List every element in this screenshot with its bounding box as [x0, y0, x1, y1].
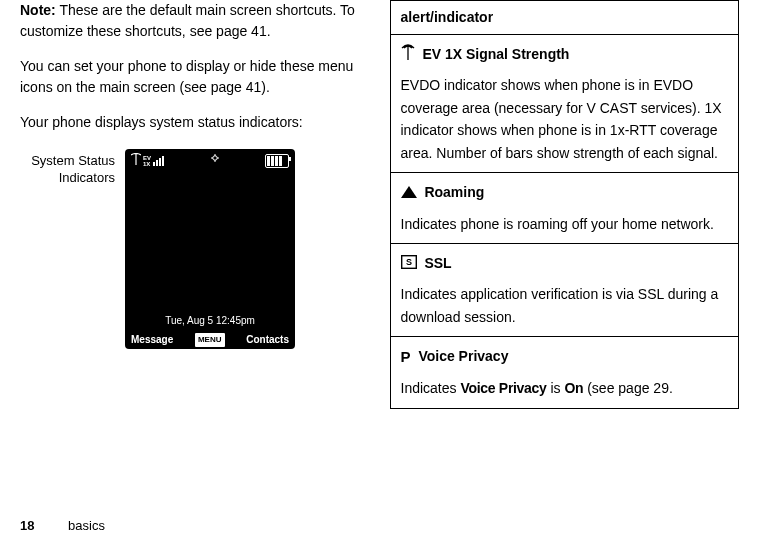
voice-privacy-desc: Indicates Voice Privacy is On (see page … [401, 377, 729, 399]
paragraph-status-intro: Your phone displays system status indica… [20, 112, 370, 133]
signal-strength-desc: EVDO indicator shows when phone is in EV… [401, 74, 729, 164]
antenna-icon [131, 153, 141, 170]
table-header: alert/indicator [390, 1, 739, 35]
svg-text:S: S [405, 257, 411, 267]
right-softkey: Contacts [246, 332, 289, 347]
svg-point-0 [212, 156, 216, 160]
paragraph-menu-icons: You can set your phone to display or hid… [20, 56, 370, 98]
phone-diagram: System Status Indicators EV1X [20, 149, 370, 349]
diagram-label: System Status Indicators [20, 149, 125, 349]
phone-softkeys: Message MENU Contacts [125, 332, 295, 353]
right-column: alert/indicator EV 1X Signal Strength EV… [390, 0, 740, 409]
note-paragraph: Note: These are the default main screen … [20, 0, 370, 42]
section-name: basics [68, 518, 105, 533]
diagram-label-line2: Indicators [59, 170, 115, 185]
vp-term: Voice Privacy [460, 380, 546, 396]
status-left: EV1X [131, 153, 164, 170]
phone-screen: EV1X Tue, Aug 5 12:45pm [125, 149, 295, 349]
ev1x-label: EV1X [143, 155, 151, 167]
vp-prefix: Indicates [401, 380, 461, 396]
antenna-icon [401, 44, 415, 66]
roaming-title: Roaming [424, 184, 484, 200]
note-text: These are the default main screen shortc… [20, 2, 355, 39]
roaming-cell: Roaming Indicates phone is roaming off y… [390, 173, 739, 244]
svg-marker-5 [401, 186, 417, 198]
phone-status-bar: EV1X [125, 149, 295, 173]
triangle-icon [401, 182, 417, 204]
phone-date: Tue, Aug 5 12:45pm [125, 313, 295, 328]
left-softkey: Message [131, 332, 173, 347]
ssl-title: SSL [424, 255, 451, 271]
onex-text: 1X [143, 161, 150, 167]
roaming-desc: Indicates phone is roaming off your home… [401, 213, 729, 235]
signal-strength-title: EV 1X Signal Strength [422, 46, 569, 62]
note-label: Note: [20, 2, 56, 18]
voice-privacy-title: Voice Privacy [418, 348, 508, 364]
p-icon: P [401, 345, 411, 369]
battery-icon [265, 154, 289, 168]
table-row: EV 1X Signal Strength EVDO indicator sho… [390, 35, 739, 173]
phone-body [125, 173, 295, 313]
diagram-label-line1: System Status [31, 153, 115, 168]
menu-softkey: MENU [195, 333, 225, 347]
location-icon [211, 154, 219, 169]
voice-privacy-cell: P Voice Privacy Indicates Voice Privacy … [390, 337, 739, 409]
ssl-box-icon: S [401, 253, 417, 275]
vp-suffix: (see page 29. [583, 380, 673, 396]
page-number: 18 [20, 518, 34, 533]
table-row: S SSL Indicates application verification… [390, 243, 739, 336]
page-footer: 18 basics [20, 516, 105, 536]
signal-strength-cell: EV 1X Signal Strength EVDO indicator sho… [390, 35, 739, 173]
table-row: Roaming Indicates phone is roaming off y… [390, 173, 739, 244]
vp-is: is [547, 380, 565, 396]
signal-bars-icon [153, 156, 164, 166]
table-header-row: alert/indicator [390, 1, 739, 35]
ssl-desc: Indicates application verification is vi… [401, 283, 729, 328]
left-column: Note: These are the default main screen … [20, 0, 390, 409]
ssl-cell: S SSL Indicates application verification… [390, 243, 739, 336]
indicators-table: alert/indicator EV 1X Signal Strength EV… [390, 0, 740, 409]
vp-on: On [564, 380, 583, 396]
table-row: P Voice Privacy Indicates Voice Privacy … [390, 337, 739, 409]
